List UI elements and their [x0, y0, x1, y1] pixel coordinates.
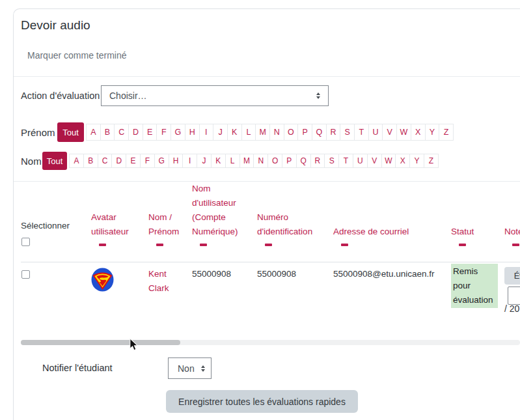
lastname-letter-c[interactable]: C — [98, 154, 113, 168]
grading-action-label: Action d'évaluation — [21, 85, 100, 106]
status-column-link[interactable]: Statut — [451, 225, 498, 239]
firstname-letter-o[interactable]: O — [284, 124, 299, 141]
firstname-filter-all-button[interactable]: Tout — [57, 122, 84, 142]
firstname-filter-label: Prénom — [21, 127, 57, 138]
lastname-letter-f[interactable]: F — [140, 154, 155, 168]
lastname-letter-u[interactable]: U — [353, 154, 368, 168]
lastname-letter-h[interactable]: H — [169, 154, 184, 168]
assignment-grading-page: Devoir audio Marquer comme terminé Actio… — [0, 0, 520, 420]
horizontal-scrollbar-thumb[interactable] — [21, 340, 180, 345]
lastname-letter-n[interactable]: N — [253, 154, 268, 168]
firstname-letter-p[interactable]: P — [297, 124, 312, 141]
collapse-column-icon[interactable] — [459, 244, 466, 246]
firstname-letter-w[interactable]: W — [396, 124, 411, 141]
lastname-letter-s[interactable]: S — [324, 154, 339, 168]
firstname-letter-k[interactable]: K — [227, 124, 242, 141]
firstname-letter-f[interactable]: F — [156, 124, 171, 141]
select-column-label: Sélectionner — [21, 219, 86, 233]
firstname-letter-y[interactable]: Y — [425, 124, 440, 141]
select-all-checkbox[interactable] — [21, 238, 30, 246]
lastname-letter-x[interactable]: X — [395, 154, 410, 168]
status-badge: Remis pour évaluation — [451, 264, 498, 308]
lastname-letter-m[interactable]: M — [239, 154, 254, 168]
firstname-letter-a[interactable]: A — [86, 124, 101, 141]
lastname-letter-v[interactable]: V — [367, 154, 382, 168]
firstname-letter-d[interactable]: D — [128, 124, 143, 141]
table-row: Kent Clark 55000908 55000908 55000908@et… — [0, 262, 520, 341]
firstname-letter-h[interactable]: H — [185, 124, 200, 141]
lastname-letter-b[interactable]: B — [83, 154, 98, 168]
lastname-letter-e[interactable]: E — [126, 154, 141, 168]
lastname-letter-d[interactable]: D — [111, 154, 126, 168]
divider — [14, 181, 520, 182]
lastname-letter-g[interactable]: G — [154, 154, 169, 168]
firstname-letter-e[interactable]: E — [143, 124, 157, 141]
username-column-link[interactable]: Nom d'utilisateur (Compte Numérique) — [192, 182, 254, 239]
horizontal-scrollbar-track[interactable] — [21, 340, 520, 345]
student-name-link[interactable]: Kent Clark — [148, 267, 189, 296]
lastname-letter-k[interactable]: K — [211, 154, 226, 168]
lastname-letter-l[interactable]: L — [225, 154, 240, 168]
lastname-filter-label: Nom — [21, 156, 42, 167]
firstname-letter-t[interactable]: T — [354, 124, 369, 141]
lastname-letter-o[interactable]: O — [267, 154, 282, 168]
collapse-column-icon[interactable] — [512, 244, 519, 246]
lastname-letter-a[interactable]: A — [69, 154, 84, 168]
lastname-letter-j[interactable]: J — [197, 154, 212, 168]
grading-action-select[interactable]: Choisir… — [101, 85, 329, 106]
lastname-letter-w[interactable]: W — [381, 154, 396, 168]
save-quick-grades-button[interactable]: Enregistrer toutes les évaluations rapid… — [166, 390, 358, 413]
collapse-column-icon[interactable] — [341, 244, 348, 246]
notify-student-select[interactable]: Non — [168, 357, 212, 379]
idnumber-cell: 55000908 — [257, 267, 296, 281]
lastname-letter-i[interactable]: I — [182, 154, 197, 168]
email-cell: 55000908@etu.unicaen.fr — [333, 267, 435, 281]
collapse-column-icon[interactable] — [99, 244, 106, 246]
idnumber-column-link[interactable]: Numéro d'identification — [257, 210, 330, 239]
firstname-letter-r[interactable]: R — [326, 124, 341, 141]
grade-button[interactable]: Évaluation — [504, 267, 520, 285]
column-header-status: Statut — [451, 225, 498, 246]
firstname-letter-c[interactable]: C — [114, 124, 129, 141]
superman-logo-icon — [91, 268, 114, 292]
column-header-select: Sélectionner — [21, 219, 86, 246]
column-header-avatar: Avatar utilisateur — [91, 210, 146, 246]
firstname-letter-x[interactable]: X — [411, 124, 426, 141]
firstname-letter-j[interactable]: J — [213, 124, 228, 141]
lastname-letter-y[interactable]: Y — [409, 154, 424, 168]
email-column-link[interactable]: Adresse de courriel — [333, 225, 447, 239]
collapse-column-icon[interactable] — [200, 244, 207, 246]
quick-grade-input[interactable] — [508, 287, 520, 305]
firstname-letter-g[interactable]: G — [171, 124, 185, 141]
firstname-letter-v[interactable]: V — [382, 124, 397, 141]
avatar-column-link[interactable]: Avatar utilisateur — [91, 210, 146, 239]
collapse-column-icon[interactable] — [156, 244, 163, 246]
lastname-filter-all-button[interactable]: Tout — [42, 152, 67, 170]
firstname-letter-z[interactable]: Z — [439, 124, 454, 141]
column-header-fullname: Nom / Prénom — [148, 210, 189, 246]
completion-toggle[interactable]: Marquer comme terminé — [27, 50, 127, 61]
lastname-letter-t[interactable]: T — [338, 154, 353, 168]
firstname-letter-m[interactable]: M — [255, 124, 270, 141]
fullname-column-link[interactable]: Nom / Prénom — [148, 210, 189, 239]
firstname-letter-s[interactable]: S — [340, 124, 355, 141]
notify-student-label: Notifier l'étudiant — [42, 357, 113, 379]
grade-column-link[interactable]: Note — [504, 225, 520, 239]
firstname-letter-l[interactable]: L — [241, 124, 256, 141]
lastname-letter-z[interactable]: Z — [424, 154, 439, 168]
lastname-letter-p[interactable]: P — [282, 154, 297, 168]
row-select-checkbox[interactable] — [21, 270, 30, 279]
firstname-letter-u[interactable]: U — [368, 124, 383, 141]
firstname-letter-q[interactable]: Q — [312, 124, 327, 141]
firstname-letter-i[interactable]: I — [199, 124, 214, 141]
lastname-letter-r[interactable]: R — [310, 154, 325, 168]
firstname-letter-n[interactable]: N — [269, 124, 284, 141]
lastname-letter-q[interactable]: Q — [296, 154, 311, 168]
firstname-filter: Prénom Tout ABCDEFGHIJKLMNOPQRSTUVWXYZ — [21, 122, 454, 142]
lastname-letter-list: ABCDEFGHIJKLMNOPQRSTUVWXYZ — [70, 154, 439, 168]
user-avatar[interactable] — [91, 268, 114, 296]
lastname-filter: Nom Tout ABCDEFGHIJKLMNOPQRSTUVWXYZ — [21, 152, 439, 170]
column-header-username: Nom d'utilisateur (Compte Numérique) — [192, 182, 254, 246]
collapse-column-icon[interactable] — [265, 244, 272, 246]
firstname-letter-b[interactable]: B — [100, 124, 115, 141]
